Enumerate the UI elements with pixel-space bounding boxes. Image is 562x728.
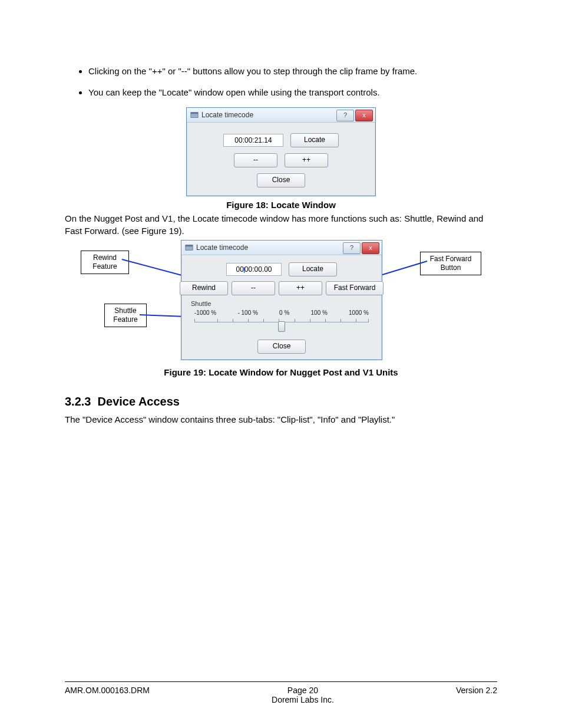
decrement-button[interactable]: -- — [234, 153, 277, 167]
bullet-item: Clicking on the "++" or "--" buttons all… — [88, 65, 497, 78]
app-icon — [190, 111, 199, 119]
callout-ff: Fast Forward Button — [420, 252, 481, 275]
footer-center: Page 20 Doremi Labs Inc. — [272, 686, 334, 704]
increment-button[interactable]: ++ — [285, 153, 328, 167]
dialog-titlebar: Locate timecode ? x — [181, 241, 382, 255]
section-heading: 3.2.3 Device Access — [65, 395, 497, 409]
footer-rule — [65, 681, 497, 682]
locate-button[interactable]: Locate — [289, 262, 337, 276]
timecode-input[interactable]: 0000:00.00 — [226, 263, 282, 276]
figure-19-caption: Figure 19: Locate Window for Nugget Post… — [65, 367, 497, 377]
figure-18-caption: Figure 18: Locate Window — [65, 200, 497, 210]
svg-rect-9 — [186, 245, 193, 247]
rewind-button[interactable]: Rewind — [180, 281, 228, 295]
locate-dialog: Locate timecode ? x 00:00:21.14 Locate -… — [186, 107, 376, 196]
close-window-button[interactable]: x — [362, 242, 379, 254]
dialog-body: 00:00:21.14 Locate -- ++ Close — [187, 123, 375, 196]
shuttle-slider[interactable] — [191, 317, 372, 332]
page: Clicking on the "++" or "--" buttons all… — [0, 0, 562, 728]
dialog-titlebar: Locate timecode ? x — [187, 108, 375, 123]
bullet-list: Clicking on the "++" or "--" buttons all… — [88, 65, 497, 99]
footer-left: AMR.OM.000163.DRM — [65, 686, 150, 704]
timecode-input[interactable]: 00:00:21.14 — [223, 134, 283, 147]
close-window-button[interactable]: x — [355, 110, 373, 121]
figure-18: Locate timecode ? x 00:00:21.14 Locate -… — [65, 107, 497, 210]
footer-right: Version 2.2 — [456, 686, 497, 704]
decrement-button[interactable]: -- — [232, 281, 275, 295]
help-button[interactable]: ? — [343, 242, 361, 254]
help-button[interactable]: ? — [336, 110, 354, 121]
locate-dialog-extended: Locate timecode ? x 0000:00.00 Locate Re… — [181, 240, 382, 360]
dialog-body: 0000:00.00 Locate Rewind -- ++ Fast Forw… — [181, 255, 382, 360]
shuttle-section: Shuttle -1000 % - 100 % 0 % 100 % 1000 % — [187, 300, 376, 332]
figure-19: Rewind Feature Shuttle Feature Fast Forw… — [81, 240, 481, 358]
shuttle-label: Shuttle — [191, 300, 372, 307]
app-icon — [185, 243, 193, 252]
close-button[interactable]: Close — [257, 173, 305, 187]
footer: AMR.OM.000163.DRM Page 20 Doremi Labs In… — [65, 686, 497, 704]
shuttle-tick-labels: -1000 % - 100 % 0 % 100 % 1000 % — [191, 309, 372, 317]
fast-forward-button[interactable]: Fast Forward — [326, 281, 384, 295]
dialog-title: Locate timecode — [201, 111, 253, 119]
paragraph: On the Nugget Post and V1, the Locate ti… — [65, 212, 497, 238]
svg-rect-1 — [191, 112, 198, 114]
bullet-item: You can keep the "Locate" window open wh… — [88, 86, 497, 99]
locate-button[interactable]: Locate — [290, 133, 339, 147]
increment-button[interactable]: ++ — [279, 281, 322, 295]
dialog-title: Locate timecode — [196, 243, 248, 252]
shuttle-thumb[interactable] — [278, 321, 285, 332]
section-body: The "Device Access" window contains thre… — [65, 413, 497, 426]
close-button[interactable]: Close — [257, 340, 306, 354]
